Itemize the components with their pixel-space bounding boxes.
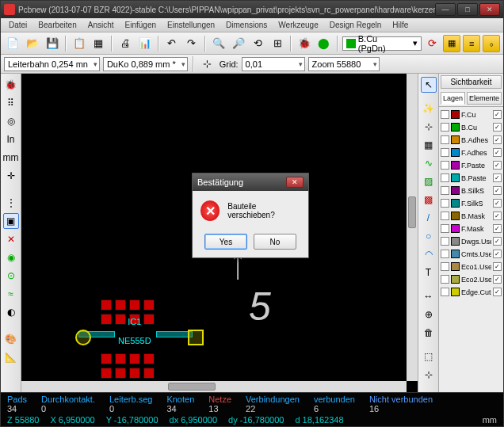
units-in-icon[interactable]: In <box>3 132 19 147</box>
tab-elemente[interactable]: Elemente <box>467 92 502 105</box>
layer-radio[interactable] <box>441 237 449 246</box>
layer-row[interactable]: F.Mask✓ <box>441 223 502 234</box>
gridorigin-icon[interactable]: ⊹ <box>421 367 437 383</box>
undo-icon[interactable]: ↶ <box>163 35 181 52</box>
menu-datei[interactable]: Datei <box>4 19 32 31</box>
router-icon[interactable]: ⬨ <box>483 35 500 52</box>
menu-bearbeiten[interactable]: Bearbeiten <box>33 19 81 31</box>
layer-row[interactable]: B.Cu✓ <box>441 121 502 133</box>
page-icon[interactable]: 📋 <box>71 35 88 52</box>
layer-row[interactable]: B.Adhes✓ <box>441 134 502 146</box>
drc-off-icon[interactable]: 🐞 <box>3 77 19 93</box>
layer-row[interactable]: B.Paste✓ <box>441 172 502 184</box>
layer-visible-checkbox[interactable]: ✓ <box>493 250 502 258</box>
highlight-icon[interactable]: ✨ <box>421 101 437 116</box>
layer-visible-checkbox[interactable]: ✓ <box>493 135 502 144</box>
vscrollbar[interactable] <box>407 74 418 381</box>
layer-radio[interactable] <box>441 288 449 296</box>
addtrack-icon[interactable]: ∿ <box>421 155 437 171</box>
grid-combo[interactable]: 0,01 <box>242 57 305 71</box>
layer-radio[interactable] <box>441 110 449 119</box>
track-width-combo[interactable]: Leiterbahn 0,254 mn <box>4 57 100 71</box>
save-icon[interactable]: 💾 <box>44 35 61 52</box>
plot-icon[interactable]: 📊 <box>136 35 154 52</box>
new-icon[interactable]: 📄 <box>4 35 21 52</box>
grid-icon[interactable]: ⊹ <box>199 55 216 73</box>
zoom-fit-icon[interactable]: ⊞ <box>269 35 286 52</box>
find-icon[interactable]: 🐞 <box>296 35 313 52</box>
layer-radio[interactable] <box>441 123 449 132</box>
addarc-icon[interactable]: ◠ <box>421 246 437 262</box>
layer-radio[interactable] <box>441 224 449 233</box>
layer-selector[interactable]: B.Cu (PgDn) ▾ <box>342 36 422 51</box>
layer-row[interactable]: Dwgs.User✓ <box>441 235 502 247</box>
menu-design regeln[interactable]: Design Regeln <box>325 19 387 31</box>
dialog-close-button[interactable]: ✕ <box>286 177 304 188</box>
reload-icon[interactable]: ⟳ <box>424 35 441 52</box>
layer-row[interactable]: F.SilkS✓ <box>441 197 502 209</box>
menu-einstellungen[interactable]: Einstellungen <box>162 19 220 31</box>
layer-radio[interactable] <box>441 212 449 220</box>
layer-visible-checkbox[interactable]: ✓ <box>493 212 502 220</box>
ratsnest2-icon[interactable]: ⊹ <box>421 119 437 135</box>
menu-hilfe[interactable]: Hilfe <box>388 19 413 31</box>
layer-radio[interactable] <box>441 275 449 284</box>
via-size-combo[interactable]: DuKo 0,889 mm * <box>103 57 188 71</box>
open-icon[interactable]: 📂 <box>24 35 41 52</box>
module-icon[interactable]: ▦ <box>90 35 107 52</box>
layer-row[interactable]: F.Paste✓ <box>441 159 502 171</box>
contrast-icon[interactable]: ◐ <box>3 304 19 320</box>
autodel-icon[interactable]: ▣ <box>3 213 19 229</box>
minimize-button[interactable]: — <box>435 3 456 16</box>
layer-visible-checkbox[interactable]: ✓ <box>493 288 502 296</box>
menu-dimensions[interactable]: Dimensions <box>221 19 272 31</box>
layer-row[interactable]: F.Adhes✓ <box>441 147 502 158</box>
zoom-out-icon[interactable]: 🔎 <box>230 35 247 52</box>
addtext-icon[interactable]: T <box>421 265 437 280</box>
layer-radio[interactable] <box>441 148 449 157</box>
zoom-combo[interactable]: Zoom 55880 <box>308 57 380 71</box>
layer-row[interactable]: B.SilkS✓ <box>441 185 502 196</box>
zone-icon[interactable]: ✕ <box>3 231 19 247</box>
3d-icon[interactable]: ▦ <box>443 35 460 52</box>
layer-visible-checkbox[interactable]: ✓ <box>493 110 502 119</box>
layer-visible-checkbox[interactable]: ✓ <box>493 224 502 233</box>
menu-werkzeuge[interactable]: Werkzeuge <box>273 19 323 31</box>
via-fill-icon[interactable]: ⊙ <box>3 268 19 284</box>
addline-icon[interactable]: / <box>421 210 437 226</box>
layer-radio[interactable] <box>441 186 449 195</box>
units-mm-icon[interactable]: mm <box>3 150 19 166</box>
layer-visible-checkbox[interactable]: ✓ <box>493 237 502 246</box>
layer-visible-checkbox[interactable]: ✓ <box>493 199 502 208</box>
close-button[interactable]: ✕ <box>479 3 500 16</box>
pad-fill-icon[interactable]: ◉ <box>3 250 19 265</box>
layer-row[interactable]: B.Mask✓ <box>441 210 502 222</box>
layer-visible-checkbox[interactable]: ✓ <box>493 262 502 271</box>
offset-icon[interactable]: ⬚ <box>421 349 437 364</box>
layer-mgr-icon[interactable]: 🎨 <box>3 331 19 347</box>
layer-row[interactable]: Cmts.User✓ <box>441 248 502 260</box>
yes-button[interactable]: Yes <box>204 234 247 250</box>
layers-icon[interactable]: ≡ <box>463 35 480 52</box>
delete-icon[interactable]: 🗑 <box>421 325 437 341</box>
hscrollbar[interactable] <box>21 381 407 392</box>
select-icon[interactable]: ↖ <box>421 77 437 93</box>
grid-dots-icon[interactable]: ⠿ <box>3 95 19 111</box>
addkeepout-icon[interactable]: ▩ <box>421 192 437 208</box>
layer-row[interactable]: Eco2.User✓ <box>441 273 502 285</box>
drc-icon[interactable]: ⬤ <box>315 35 333 52</box>
adddim-icon[interactable]: ↔ <box>421 288 437 304</box>
addtarget-icon[interactable]: ⊕ <box>421 307 437 322</box>
layer-visible-checkbox[interactable]: ✓ <box>493 186 502 195</box>
tab-lagen[interactable]: Lagen <box>441 92 465 105</box>
layer-visible-checkbox[interactable]: ✓ <box>493 123 502 132</box>
ratsnest-icon[interactable]: ⋮ <box>3 195 19 211</box>
menu-ansicht[interactable]: Ansicht <box>83 19 119 31</box>
print-icon[interactable]: 🖨 <box>116 35 134 52</box>
menu-einfügen[interactable]: Einfügen <box>120 19 161 31</box>
polar-icon[interactable]: ◎ <box>3 113 19 129</box>
layer-row[interactable]: F.Cu✓ <box>441 109 502 120</box>
layer-visible-checkbox[interactable]: ✓ <box>493 275 502 284</box>
layer-visible-checkbox[interactable]: ✓ <box>493 173 502 182</box>
layer-radio[interactable] <box>441 173 449 182</box>
